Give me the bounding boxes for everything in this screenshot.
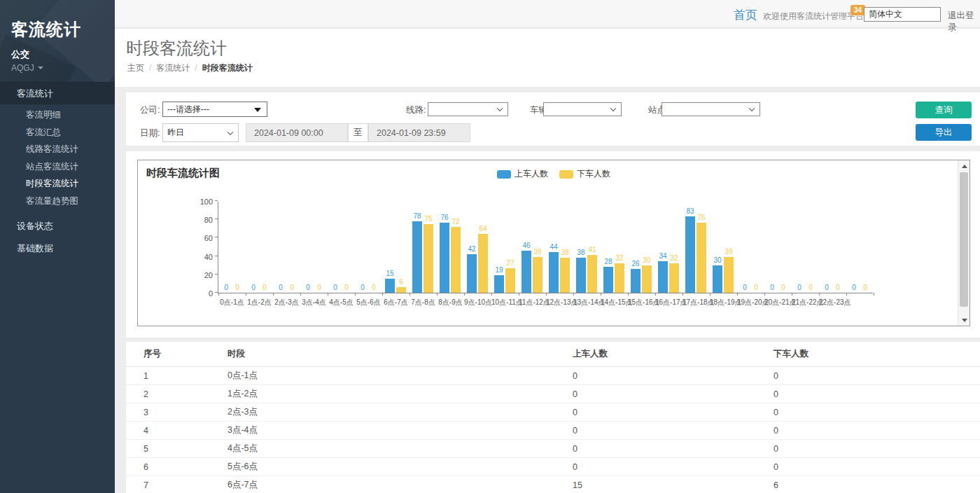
sidebar-item[interactable]: 客流量趋势图 xyxy=(0,193,115,210)
table-cell: 2点-3点 xyxy=(227,406,573,418)
bar-value-label: 32 xyxy=(662,254,686,262)
bar-value-label: 27 xyxy=(498,259,522,267)
table-row: 43点-4点00 xyxy=(126,422,980,440)
sidebar-item[interactable]: 客流汇总 xyxy=(0,124,115,141)
sidebar-section-base-data[interactable]: 基础数据 xyxy=(0,237,115,260)
select-chevron-icon xyxy=(497,106,503,111)
home-link[interactable]: 首页 xyxy=(734,7,757,23)
bar-boarding[interactable] xyxy=(522,251,531,293)
bar-boarding[interactable] xyxy=(631,269,640,293)
x-axis-label: 18点-19点 xyxy=(710,298,737,307)
scroll-down-button[interactable] xyxy=(958,314,970,326)
bar-alighting[interactable] xyxy=(615,263,624,293)
bar-boarding[interactable] xyxy=(467,254,477,293)
x-axis-tick xyxy=(464,293,465,296)
bar-alighting[interactable] xyxy=(478,234,488,293)
bar-value-label: 72 xyxy=(444,218,468,225)
sidebar-submenu: 客流明细客流汇总线路客流统计站点客流统计时段客流统计客流量趋势图 xyxy=(0,104,115,215)
table-cell: 0 xyxy=(573,462,774,472)
sidebar: 客流统计 公交 AQGJ 客流统计客流明细客流汇总线路客流统计站点客流统计时段客… xyxy=(0,0,115,493)
x-axis-label: 12点-13点 xyxy=(546,298,573,307)
x-axis-label: 0点-1点 xyxy=(218,298,246,307)
select-chevron-icon xyxy=(749,106,755,111)
sidebar-section-device-status[interactable]: 设备状态 xyxy=(0,215,115,237)
language-select[interactable]: 简体中文 xyxy=(864,7,941,22)
data-table-panel: 序号时段上车人数下车人数 10点-1点0021点-2点0032点-3点0043点… xyxy=(126,342,980,493)
bar-alighting[interactable] xyxy=(396,287,406,293)
bar-alighting[interactable] xyxy=(533,257,542,293)
topbar: 首页 欢迎使用客流统计管理平台 34 简体中文 退出登录 xyxy=(115,0,980,28)
bar-boarding[interactable] xyxy=(603,267,613,293)
chart-scrollbar[interactable] xyxy=(958,160,969,326)
sidebar-item[interactable]: 客流明细 xyxy=(0,106,115,124)
date-to-input[interactable]: 2024-01-09 23:59 xyxy=(368,123,470,142)
x-axis-label: 11点-12点 xyxy=(519,298,546,307)
date-preset-select[interactable]: 昨日 xyxy=(162,123,239,142)
bar-alighting[interactable] xyxy=(724,257,734,293)
legend-item[interactable]: 上车人数 xyxy=(497,168,548,180)
export-button[interactable]: 导出 xyxy=(916,124,972,141)
table-cell: 6点-7点 xyxy=(227,479,573,491)
table-cell: 0 xyxy=(774,389,972,399)
table-cell: 0 xyxy=(573,444,774,454)
x-axis-label: 19点-20点 xyxy=(737,298,764,307)
table-cell: 0 xyxy=(573,389,774,399)
table-cell: 1 xyxy=(144,371,227,381)
vehicle-select[interactable] xyxy=(543,102,622,116)
station-select[interactable] xyxy=(662,102,760,116)
x-axis-tick xyxy=(573,293,574,296)
y-axis-tick xyxy=(215,218,218,219)
scrollbar-thumb[interactable] xyxy=(960,172,968,307)
bar-alighting[interactable] xyxy=(669,263,679,293)
x-axis-label: 5点-6点 xyxy=(355,298,382,307)
sidebar-item[interactable]: 线路客流统计 xyxy=(0,141,115,158)
bar-boarding[interactable] xyxy=(685,216,695,293)
breadcrumb-item: 时段客流统计 xyxy=(202,63,253,73)
line-select[interactable] xyxy=(428,102,508,116)
bar-alighting[interactable] xyxy=(587,255,597,293)
bar-alighting[interactable] xyxy=(696,223,706,293)
line-label: 线路: xyxy=(406,104,426,116)
x-axis-tick xyxy=(792,293,792,296)
org-caret-icon xyxy=(38,67,43,69)
company-select[interactable]: ---请选择--- xyxy=(162,102,267,117)
logout-link[interactable]: 退出登录 xyxy=(948,10,980,34)
scroll-up-button[interactable] xyxy=(958,160,970,172)
date-label: 日期: xyxy=(140,127,160,139)
bar-boarding[interactable] xyxy=(658,261,668,293)
bar-alighting[interactable] xyxy=(424,224,433,293)
legend-item[interactable]: 下车人数 xyxy=(559,168,610,180)
sidebar-item[interactable]: 时段客流统计 xyxy=(0,175,115,193)
bar-value-label: 41 xyxy=(580,246,604,254)
x-axis-tick xyxy=(819,293,820,296)
bar-boarding[interactable] xyxy=(412,221,422,293)
x-axis-tick xyxy=(273,293,274,296)
y-axis-tick xyxy=(215,256,218,256)
table-cell: 0 xyxy=(774,444,972,454)
table-cell: 1点-2点 xyxy=(227,388,573,400)
bar-boarding[interactable] xyxy=(549,252,559,293)
breadcrumb-item[interactable]: 主页 xyxy=(127,63,144,73)
date-from-input[interactable]: 2024-01-09 00:00 xyxy=(246,123,348,142)
bar-boarding[interactable] xyxy=(576,258,586,293)
bar-value-label: 39 xyxy=(717,248,741,256)
table-cell: 0 xyxy=(774,426,972,436)
bar-boarding[interactable] xyxy=(494,275,504,293)
sidebar-item[interactable]: 站点客流统计 xyxy=(0,158,115,176)
table-cell: 0 xyxy=(573,426,774,436)
org-selector[interactable]: AQGJ xyxy=(0,61,115,73)
bar-boarding[interactable] xyxy=(713,265,722,293)
bar-alighting[interactable] xyxy=(642,265,652,293)
x-axis-label: 17点-18点 xyxy=(682,298,710,307)
breadcrumb-separator: / xyxy=(149,63,151,73)
bar-alighting[interactable] xyxy=(451,227,461,293)
table-row: 32点-3点00 xyxy=(126,403,980,422)
breadcrumb-separator: / xyxy=(195,63,197,73)
bar-boarding[interactable] xyxy=(440,223,449,293)
bar-value-label: 0 xyxy=(853,284,877,291)
sidebar-section-passenger-stats[interactable]: 客流统计 xyxy=(0,82,115,104)
query-button[interactable]: 查询 xyxy=(916,102,972,118)
breadcrumb-item[interactable]: 客流统计 xyxy=(156,63,190,73)
bar-alighting[interactable] xyxy=(505,268,515,293)
bar-alighting[interactable] xyxy=(560,258,570,293)
